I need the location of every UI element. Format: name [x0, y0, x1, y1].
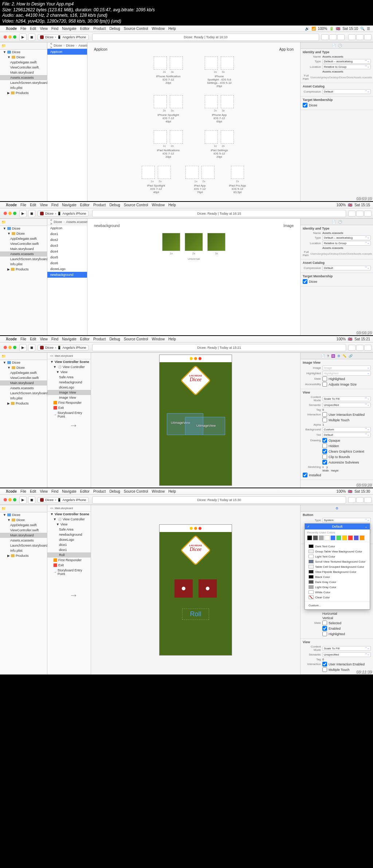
roll-button[interactable]: Roll	[182, 609, 209, 620]
toggle-inspector-button[interactable]	[364, 345, 372, 351]
tint-select[interactable]: Default⌃⌄	[322, 433, 371, 437]
run-button[interactable]: ▶	[19, 210, 27, 217]
icon-slot[interactable]	[170, 56, 183, 70]
outline-firstresponder[interactable]: 🟧First Responder	[47, 558, 91, 563]
color-swatch[interactable]	[348, 535, 353, 540]
file-appdelegate[interactable]: AppDelegate.swift	[0, 236, 47, 241]
menu-help[interactable]: Help	[168, 337, 176, 341]
project-root[interactable]: ▼Dicee	[0, 512, 47, 517]
menu-window[interactable]: Window	[152, 489, 165, 493]
minimize-button[interactable]	[8, 212, 12, 215]
color-swatch[interactable]	[319, 535, 324, 540]
interface-builder-canvas[interactable]: → LAS VEGAS Dicee R	[91, 505, 300, 675]
menu-editor[interactable]: Editor	[80, 203, 90, 207]
image-select[interactable]: Image⌄	[322, 365, 371, 370]
outline-safearea[interactable]: Safe Area	[47, 375, 91, 380]
file-mainstoryboard[interactable]: Main.storyboard	[0, 70, 47, 75]
menu-product[interactable]: Product	[93, 489, 106, 493]
minimize-button[interactable]	[8, 35, 12, 39]
attributes-tab[interactable]: ⚙	[337, 354, 340, 358]
folder-tab-icon[interactable]: 📁	[1, 220, 6, 224]
clip-checkbox[interactable]	[322, 454, 327, 459]
editor-assistant-button[interactable]	[329, 34, 337, 40]
folder-tab-icon[interactable]: 📁	[1, 354, 6, 358]
asset-dice6[interactable]: dice6	[47, 260, 87, 266]
jump-bar[interactable]: < > Dicee› Dicee› Assets.xcassets› AppIc…	[47, 42, 87, 49]
scheme-selector[interactable]: Dicee › 📱 Angela's iPhone	[38, 211, 89, 216]
group-dicee[interactable]: ▼Dicee	[0, 55, 47, 60]
outline-scene[interactable]: ▼View Controller Scene	[47, 512, 91, 517]
editor-version-button[interactable]	[337, 34, 345, 40]
file-infoplist[interactable]: Info.plist	[0, 548, 47, 553]
icon-slot[interactable]	[154, 95, 167, 108]
group-dicee[interactable]: ▼Dicee	[0, 231, 47, 236]
dice-left[interactable]	[174, 579, 193, 598]
zoom-button[interactable]	[13, 346, 16, 349]
color-option[interactable]: Light Text Color	[307, 554, 368, 559]
menu-help[interactable]: Help	[168, 489, 176, 493]
color-swatch[interactable]	[354, 535, 359, 540]
outline-dice1[interactable]: dice1	[47, 542, 91, 547]
outline-view[interactable]: ▼View	[47, 522, 91, 527]
clock[interactable]: Sat 15:10	[342, 27, 358, 31]
group-products[interactable]: ▶Products	[0, 267, 47, 272]
toggle-inspector-button[interactable]	[364, 497, 372, 503]
spotlight-icon[interactable]: 🔍	[360, 27, 365, 31]
help-tab[interactable]: ?	[327, 354, 329, 358]
run-button[interactable]: ▶	[19, 496, 27, 504]
asset-dice2[interactable]: dice2	[47, 237, 87, 243]
menu-navigate[interactable]: Navigate	[62, 489, 76, 493]
menu-xcode[interactable]: Xcode	[6, 337, 17, 341]
outline-exit[interactable]: 🟥Exit	[47, 405, 91, 410]
accessibility-checkbox[interactable]	[322, 382, 327, 387]
interaction-checkbox[interactable]	[322, 412, 327, 417]
hidden-checkbox[interactable]	[322, 443, 327, 448]
toggle-debug-button[interactable]	[356, 497, 364, 503]
outline-imageview2[interactable]: Image View	[47, 395, 91, 400]
color-option[interactable]: Dark Text Color	[307, 544, 368, 549]
location-select[interactable]: Relative to Group⌃⌄	[322, 241, 371, 246]
icon-slot[interactable]	[205, 130, 218, 144]
toggle-navigator-button[interactable]	[348, 497, 356, 503]
outline-logo[interactable]: diceeLogo	[47, 537, 91, 542]
minimize-button[interactable]	[8, 498, 12, 501]
project-root[interactable]: ▼Dicee	[0, 360, 47, 365]
file-mainstoryboard[interactable]: Main.storyboard	[0, 380, 47, 386]
menu-view[interactable]: View	[40, 337, 48, 341]
menu-xcode[interactable]: Xcode	[6, 489, 17, 493]
menu-edit[interactable]: Edit	[30, 203, 36, 207]
contentmode-select[interactable]: Scale To Fill⌃⌄	[322, 396, 371, 401]
target-checkbox[interactable]	[303, 103, 307, 107]
file-tab[interactable]: 📄	[321, 354, 325, 358]
image-slot-2x[interactable]	[185, 233, 203, 251]
flag-icon[interactable]: 🇬🇧	[348, 203, 352, 207]
file-infoplist[interactable]: Info.plist	[0, 85, 47, 90]
toggle-inspector-button[interactable]	[364, 34, 372, 40]
icon-slot[interactable]	[185, 166, 199, 179]
editor-standard-button[interactable]	[321, 34, 329, 40]
menu-help[interactable]: Help	[168, 27, 176, 31]
color-swatch[interactable]	[336, 535, 341, 540]
button-type-select[interactable]: System⌃⌄	[322, 518, 371, 523]
file-assets[interactable]: Assets.xcassets	[0, 538, 47, 543]
outline-scene[interactable]: ▼View Controller Scene	[47, 359, 91, 364]
file-inspector-tab[interactable]: 📄	[332, 220, 336, 224]
menu-debug[interactable]: Debug	[109, 489, 120, 493]
outline-firstresponder[interactable]: 🟧First Responder	[47, 400, 91, 405]
file-viewcontroller[interactable]: ViewController.swift	[0, 65, 47, 70]
menu-navigate[interactable]: Navigate	[62, 203, 76, 207]
compression-select[interactable]: Default⌃⌄	[322, 89, 371, 94]
color-swatch[interactable]	[307, 535, 312, 540]
close-button[interactable]	[4, 35, 7, 39]
size-tab[interactable]: 📏	[342, 354, 346, 358]
menu-view[interactable]: View	[40, 489, 48, 493]
volume-icon[interactable]: 🔊	[305, 27, 309, 31]
file-appdelegate[interactable]: AppDelegate.swift	[0, 523, 47, 528]
image-slot-1x[interactable]	[162, 233, 180, 251]
phone-preview[interactable]: LAS VEGAS Dicee Roll	[159, 524, 232, 656]
outline-bg[interactable]: newbackground	[47, 380, 91, 385]
run-button[interactable]: ▶	[19, 344, 27, 351]
project-root[interactable]: ▼Dicee	[0, 50, 47, 55]
menu-find[interactable]: Find	[51, 203, 58, 207]
uiimageview-selection[interactable]: UIImageView	[185, 417, 225, 435]
